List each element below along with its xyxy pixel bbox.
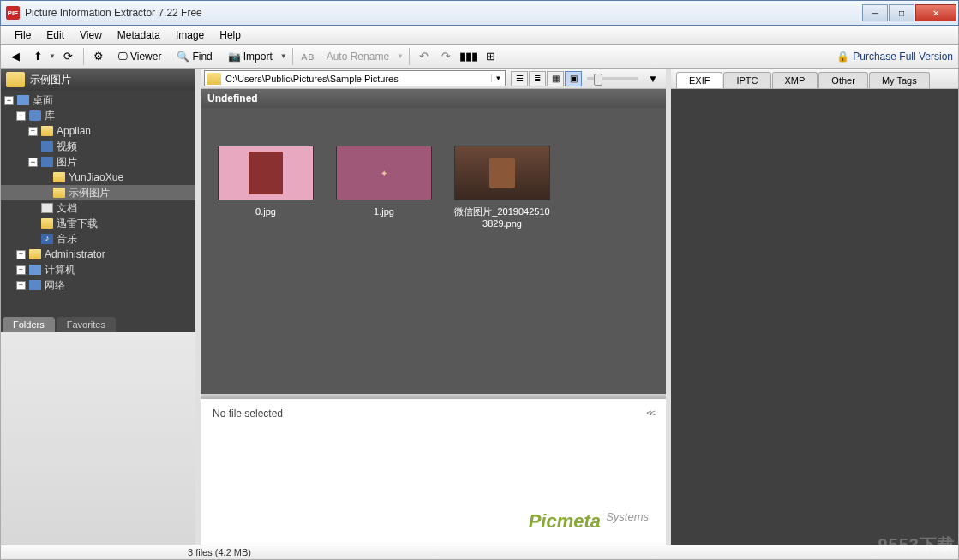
- up-dropdown[interactable]: ▼: [49, 52, 56, 60]
- thumbnail-item[interactable]: 0.jpg: [214, 146, 317, 230]
- thumbnail-label: 0.jpg: [255, 206, 276, 217]
- folder-icon: [207, 73, 221, 85]
- import-button[interactable]: 📷 Import: [222, 47, 279, 66]
- refresh-button[interactable]: ⟳: [59, 47, 78, 66]
- tab-favorites[interactable]: Favorites: [57, 317, 116, 332]
- autorename-dropdown[interactable]: ▼: [397, 52, 404, 60]
- purchase-link[interactable]: 🔒Purchase Full Version: [836, 51, 953, 63]
- brand-logo: Picmeta Systems: [201, 510, 666, 545]
- tree-applian[interactable]: +Applian: [1, 123, 195, 139]
- path-input[interactable]: C:\Users\Public\Pictures\Sample Pictures…: [204, 70, 506, 86]
- thumbnail-image: ✦: [336, 146, 432, 200]
- rename-icon[interactable]: ᴀʙ: [298, 47, 317, 66]
- menu-bar: File Edit View Metadata Image Help: [0, 26, 959, 45]
- thumbnail-label: 1.jpg: [374, 206, 394, 217]
- thumbnail-image: [218, 146, 314, 200]
- path-dropdown[interactable]: ▼: [491, 74, 505, 82]
- view-small[interactable]: ▦: [547, 71, 564, 86]
- thumbnail-area[interactable]: Undefined 0.jpg ✦ 1.jpg 微信图片_2019042510 …: [201, 89, 666, 394]
- view-details[interactable]: ☰: [511, 71, 528, 86]
- folder-icon: [6, 72, 25, 87]
- close-button[interactable]: ✕: [915, 4, 956, 21]
- menu-image[interactable]: Image: [169, 27, 211, 43]
- tab-exif[interactable]: EXIF: [676, 72, 722, 88]
- metadata-body: [671, 89, 958, 545]
- import-dropdown[interactable]: ▼: [280, 52, 287, 60]
- settings-button[interactable]: ⚙: [89, 47, 108, 66]
- view-thumbnails[interactable]: ▣: [565, 71, 582, 86]
- separator: [292, 48, 293, 65]
- barcode-icon[interactable]: ▮▮▮: [459, 47, 478, 66]
- menu-edit[interactable]: Edit: [39, 27, 71, 43]
- separator: [409, 48, 410, 65]
- minimize-button[interactable]: ─: [862, 4, 888, 21]
- menu-help[interactable]: Help: [213, 27, 248, 43]
- tree-music[interactable]: +♪音乐: [1, 231, 195, 247]
- autorename-button[interactable]: Auto Rename: [321, 47, 395, 66]
- thumbnail-image: [454, 146, 550, 200]
- find-button[interactable]: 🔍 Find: [171, 47, 218, 66]
- collapse-button[interactable]: <<: [646, 408, 654, 420]
- folder-tabs: Folders Favorites: [1, 313, 195, 332]
- app-icon: PIE: [6, 6, 20, 20]
- main-area: 示例图片 −桌面 −库 +Applian +视频 −图片 +YunJiaoXue…: [0, 69, 959, 545]
- undo-button[interactable]: ↶: [415, 47, 434, 66]
- tree-documents[interactable]: +文档: [1, 200, 195, 216]
- up-button[interactable]: ⬆: [28, 47, 47, 66]
- tree-library[interactable]: −库: [1, 108, 195, 123]
- detail-status: No file selected: [213, 408, 283, 420]
- left-panel: 示例图片 −桌面 −库 +Applian +视频 −图片 +YunJiaoXue…: [1, 69, 195, 545]
- path-bar: C:\Users\Public\Pictures\Sample Pictures…: [201, 69, 666, 89]
- tree-xunlei[interactable]: +迅雷下载: [1, 216, 195, 231]
- tree-desktop[interactable]: −桌面: [1, 92, 195, 108]
- tree-computer[interactable]: +计算机: [1, 262, 195, 277]
- tree-network[interactable]: +网络: [1, 277, 195, 293]
- center-panel: C:\Users\Public\Pictures\Sample Pictures…: [201, 69, 666, 545]
- window-title: Picture Information Extractor 7.22 Free: [25, 7, 862, 19]
- thumbnail-item[interactable]: 微信图片_2019042510 3829.png: [451, 146, 554, 230]
- thumbnail-size-slider[interactable]: [587, 77, 638, 80]
- folder-header: 示例图片: [1, 69, 195, 91]
- left-bottom-pane: [1, 332, 195, 545]
- menu-metadata[interactable]: Metadata: [111, 27, 167, 43]
- tab-xmp[interactable]: XMP: [772, 72, 818, 88]
- group-header: Undefined: [201, 89, 666, 108]
- status-text: 3 files (4.2 MB): [188, 547, 251, 557]
- path-text: C:\Users\Public\Pictures\Sample Pictures: [224, 74, 491, 84]
- detail-pane: No file selected << Picmeta Systems: [201, 399, 666, 545]
- menu-view[interactable]: View: [73, 27, 109, 43]
- view-buttons: ☰ ≣ ▦ ▣: [511, 71, 582, 86]
- view-list[interactable]: ≣: [529, 71, 546, 86]
- status-bar: 3 files (4.2 MB): [0, 545, 959, 560]
- back-button[interactable]: ◀: [6, 47, 25, 66]
- grid-icon[interactable]: ⊞: [482, 47, 500, 66]
- tab-folders[interactable]: Folders: [3, 317, 55, 332]
- tree-video[interactable]: +视频: [1, 139, 195, 154]
- filter-button[interactable]: ▼: [644, 69, 662, 88]
- tab-mytags[interactable]: My Tags: [869, 72, 930, 88]
- thumbnail-item[interactable]: ✦ 1.jpg: [333, 146, 435, 230]
- tree-sample-pictures[interactable]: +示例图片: [1, 185, 195, 200]
- toolbar: ◀ ⬆ ▼ ⟳ ⚙ 🖵 Viewer 🔍 Find 📷 Import ▼ ᴀʙ …: [0, 45, 959, 69]
- tree-administrator[interactable]: +Administrator: [1, 247, 195, 262]
- menu-file[interactable]: File: [8, 27, 38, 43]
- redo-button[interactable]: ↷: [437, 47, 456, 66]
- folder-tree[interactable]: −桌面 −库 +Applian +视频 −图片 +YunJiaoXue +示例图…: [1, 91, 195, 313]
- lock-icon: 🔒: [836, 51, 849, 63]
- tree-pictures[interactable]: −图片: [1, 154, 195, 170]
- viewer-button[interactable]: 🖵 Viewer: [111, 47, 167, 66]
- tab-iptc[interactable]: IPTC: [723, 72, 770, 88]
- separator: [83, 48, 84, 65]
- tab-other[interactable]: Other: [818, 72, 868, 88]
- right-panel: EXIF IPTC XMP Other My Tags: [671, 69, 958, 545]
- metadata-tabs: EXIF IPTC XMP Other My Tags: [671, 69, 958, 89]
- maximize-button[interactable]: □: [889, 4, 914, 21]
- thumbnail-label: 微信图片_2019042510 3829.png: [454, 206, 549, 230]
- folder-header-label: 示例图片: [30, 73, 71, 87]
- tree-yunjiaoxue[interactable]: +YunJiaoXue: [1, 170, 195, 185]
- title-bar: PIE Picture Information Extractor 7.22 F…: [0, 0, 959, 26]
